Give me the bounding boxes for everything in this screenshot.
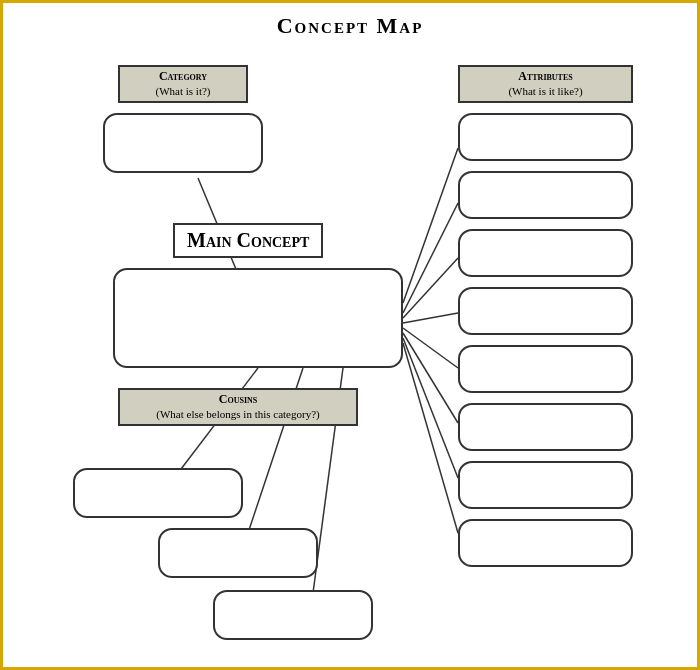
- category-title: Category: [159, 69, 207, 83]
- attribute-box-4[interactable]: [458, 287, 633, 335]
- cousin-box-1[interactable]: [73, 468, 243, 518]
- attributes-title: Attributes: [518, 69, 572, 83]
- attribute-box-8[interactable]: [458, 519, 633, 567]
- svg-line-7: [403, 338, 458, 478]
- attribute-box-2[interactable]: [458, 171, 633, 219]
- svg-line-8: [403, 343, 458, 533]
- main-concept-text: Main Concept: [187, 229, 309, 251]
- main-concept-label: Main Concept: [173, 223, 323, 258]
- svg-line-1: [403, 148, 458, 303]
- attribute-box-5[interactable]: [458, 345, 633, 393]
- attribute-box-1[interactable]: [458, 113, 633, 161]
- svg-line-3: [403, 258, 458, 318]
- attribute-box-7[interactable]: [458, 461, 633, 509]
- category-label: Category (What is it?): [118, 65, 248, 103]
- attributes-label: Attributes (What is it like?): [458, 65, 633, 103]
- category-subtitle: (What is it?): [156, 85, 211, 97]
- attributes-subtitle: (What is it like?): [508, 85, 582, 97]
- cousins-label: Cousins (What else belongs in this categ…: [118, 388, 358, 426]
- cousins-title: Cousins: [219, 392, 257, 406]
- svg-line-2: [403, 203, 458, 313]
- page-title: Concept Map: [3, 3, 697, 39]
- svg-line-6: [403, 333, 458, 423]
- svg-line-4: [403, 313, 458, 323]
- cousin-box-3[interactable]: [213, 590, 373, 640]
- attribute-box-6[interactable]: [458, 403, 633, 451]
- category-box[interactable]: [103, 113, 263, 173]
- svg-line-5: [403, 328, 458, 368]
- cousins-subtitle: (What else belongs in this category?): [156, 408, 319, 420]
- cousin-box-2[interactable]: [158, 528, 318, 578]
- main-concept-box[interactable]: [113, 268, 403, 368]
- attribute-box-3[interactable]: [458, 229, 633, 277]
